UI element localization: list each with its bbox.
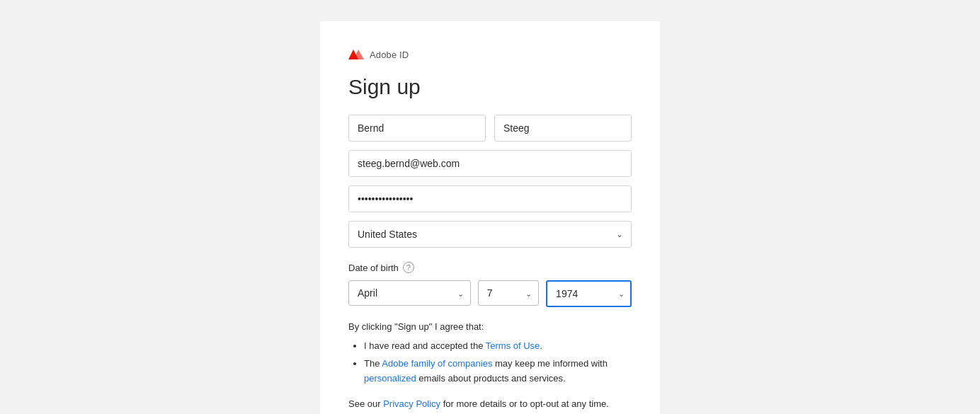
year-select-wrapper: 1974 1975 ⌄ (546, 280, 632, 307)
dob-help-icon[interactable]: ? (403, 262, 414, 273)
agreement-section: By clicking "Sign up" I agree that: I ha… (348, 321, 632, 386)
password-field-wrapper (348, 185, 632, 212)
dob-label: Date of birth (348, 263, 399, 273)
privacy-post: for more details or to opt-out at any ti… (440, 398, 609, 409)
terms-of-use-link[interactable]: Terms of Use (486, 340, 540, 351)
dob-selects: January February March April May June Ju… (348, 280, 632, 307)
family-pre: The (364, 358, 382, 369)
country-select[interactable]: United States Canada United Kingdom Germ… (348, 221, 632, 248)
month-select[interactable]: January February March April May June Ju… (348, 280, 471, 306)
first-name-input[interactable] (348, 115, 486, 142)
agreement-list: I have read and accepted the Terms of Us… (348, 339, 632, 386)
dob-label-row: Date of birth ? (348, 262, 632, 273)
adobe-id-label: Adobe ID (370, 50, 409, 60)
email-field-wrapper (348, 150, 632, 177)
day-select[interactable]: 1 2 3 4 5 6 7 (478, 280, 539, 306)
dob-section: Date of birth ? January February March A… (348, 262, 632, 307)
adobe-brand-row: Adobe ID (348, 47, 632, 62)
country-select-wrapper: United States Canada United Kingdom Germ… (348, 221, 632, 248)
page-title: Sign up (348, 75, 632, 99)
year-select[interactable]: 1974 1975 (546, 280, 632, 307)
day-select-wrapper: 1 2 3 4 5 6 7 ⌄ (478, 280, 539, 307)
month-select-wrapper: January February March April May June Ju… (348, 280, 471, 307)
signup-form: Adobe ID Sign up United States Canada Un… (320, 21, 660, 414)
privacy-pre: See our (348, 398, 383, 409)
email-input[interactable] (348, 150, 632, 177)
terms-pre: I have read and accepted the (364, 340, 486, 351)
password-input[interactable] (348, 185, 632, 212)
personalized-link[interactable]: personalized (364, 373, 416, 384)
privacy-row: See our Privacy Policy for more details … (348, 398, 632, 409)
agreement-intro: By clicking "Sign up" I agree that: (348, 321, 632, 332)
name-row (348, 115, 632, 142)
last-name-input[interactable] (494, 115, 632, 142)
agreement-item-family: The Adobe family of companies may keep m… (364, 357, 632, 386)
adobe-logo-icon (348, 47, 364, 62)
privacy-policy-link[interactable]: Privacy Policy (383, 398, 440, 409)
adobe-family-link[interactable]: Adobe family of companies (382, 358, 492, 369)
terms-post: . (540, 340, 542, 351)
agreement-item-terms: I have read and accepted the Terms of Us… (364, 339, 632, 354)
family-post: emails about products and services. (416, 373, 566, 384)
family-mid: may keep me informed with (492, 358, 608, 369)
